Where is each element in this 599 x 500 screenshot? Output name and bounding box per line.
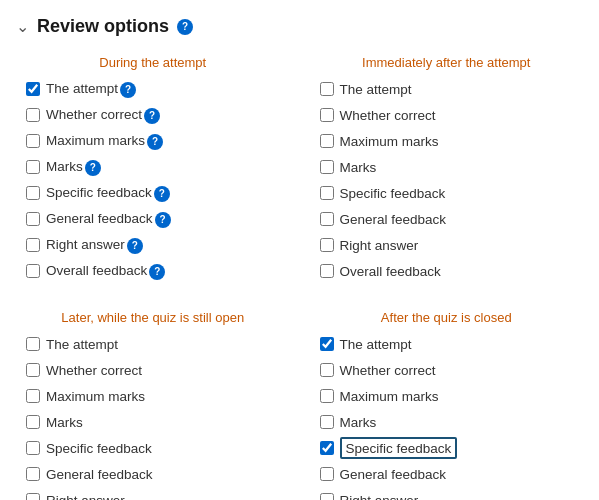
list-item: Specific feedback — [26, 437, 280, 459]
list-item: Marks — [320, 156, 574, 178]
checkbox-during-1[interactable] — [26, 108, 40, 122]
list-item: Specific feedback? — [26, 182, 280, 204]
checkbox-immediately-6[interactable] — [320, 238, 334, 252]
bottom-columns-grid: Later, while the quiz is still open The … — [16, 310, 583, 500]
checkbox-label: Right answer — [340, 493, 419, 500]
item-help-icon[interactable]: ? — [120, 82, 136, 98]
checkbox-during-4[interactable] — [26, 186, 40, 200]
checkbox-closed-3[interactable] — [320, 415, 334, 429]
list-item: Marks — [320, 411, 574, 433]
checkbox-label: General feedback — [46, 211, 153, 226]
checkbox-label: General feedback — [340, 212, 447, 227]
checkbox-later-1[interactable] — [26, 363, 40, 377]
list-item: General feedback? — [26, 208, 280, 230]
item-help-icon[interactable]: ? — [85, 160, 101, 176]
column-closed: After the quiz is closed The attemptWhet… — [310, 310, 584, 500]
item-help-icon[interactable]: ? — [149, 264, 165, 280]
checkbox-label: Maximum marks — [46, 133, 145, 148]
list-item: Overall feedback? — [26, 260, 280, 282]
checkbox-label: Marks — [340, 415, 377, 430]
checkbox-closed-1[interactable] — [320, 363, 334, 377]
checkbox-later-5[interactable] — [26, 467, 40, 481]
checkbox-label: The attempt — [340, 337, 412, 352]
section-title: Review options — [37, 16, 169, 37]
list-item: General feedback — [320, 463, 574, 485]
checkbox-label: Marks — [46, 415, 83, 430]
checkbox-label: Overall feedback — [46, 263, 147, 278]
checkbox-immediately-1[interactable] — [320, 108, 334, 122]
review-options-section: ⌄ Review options ? During the attempt Th… — [16, 16, 583, 500]
checkbox-label: Right answer — [340, 238, 419, 253]
checkbox-immediately-7[interactable] — [320, 264, 334, 278]
checkbox-during-6[interactable] — [26, 238, 40, 252]
checkbox-label: Whether correct — [340, 108, 436, 123]
column-title-later: Later, while the quiz is still open — [26, 310, 280, 325]
list-item: Overall feedback — [320, 260, 574, 282]
checkbox-closed-4[interactable] — [320, 441, 334, 455]
checkbox-during-7[interactable] — [26, 264, 40, 278]
item-help-icon[interactable]: ? — [144, 108, 160, 124]
checkbox-label: Whether correct — [46, 363, 142, 378]
chevron-icon[interactable]: ⌄ — [16, 17, 29, 36]
column-immediately: Immediately after the attempt The attemp… — [310, 55, 584, 286]
column-title-closed: After the quiz is closed — [320, 310, 574, 325]
list-item: Maximum marks? — [26, 130, 280, 152]
list-item: Maximum marks — [26, 385, 280, 407]
list-item: Whether correct — [320, 359, 574, 381]
checkbox-label: Whether correct — [46, 107, 142, 122]
checkbox-later-3[interactable] — [26, 415, 40, 429]
checkbox-immediately-0[interactable] — [320, 82, 334, 96]
section-help-icon[interactable]: ? — [177, 19, 193, 35]
checkbox-label: Marks — [46, 159, 83, 174]
list-item: Whether correct — [26, 359, 280, 381]
list-item: The attempt — [320, 78, 574, 100]
checkbox-during-5[interactable] — [26, 212, 40, 226]
later-items: The attemptWhether correctMaximum marksM… — [26, 333, 280, 500]
item-help-icon[interactable]: ? — [147, 134, 163, 150]
checkbox-later-4[interactable] — [26, 441, 40, 455]
checkbox-immediately-5[interactable] — [320, 212, 334, 226]
checkbox-label: Right answer — [46, 493, 125, 500]
checkbox-label: The attempt — [340, 82, 412, 97]
list-item: Marks — [26, 411, 280, 433]
list-item: Whether correct? — [26, 104, 280, 126]
closed-items: The attemptWhether correctMaximum marksM… — [320, 333, 574, 500]
checkbox-label: The attempt — [46, 81, 118, 96]
checkbox-label: General feedback — [340, 467, 447, 482]
list-item: Whether correct — [320, 104, 574, 126]
checkbox-label: Whether correct — [340, 363, 436, 378]
checkbox-later-2[interactable] — [26, 389, 40, 403]
checkbox-closed-0[interactable] — [320, 337, 334, 351]
list-item: Specific feedback — [320, 437, 574, 459]
checkbox-label: Specific feedback — [346, 441, 452, 456]
list-item: The attempt — [26, 333, 280, 355]
column-during: During the attempt The attempt?Whether c… — [16, 55, 290, 286]
item-help-icon[interactable]: ? — [127, 238, 143, 254]
checkbox-label: Specific feedback — [340, 186, 446, 201]
list-item: General feedback — [26, 463, 280, 485]
checkbox-later-6[interactable] — [26, 493, 40, 500]
checkbox-during-0[interactable] — [26, 82, 40, 96]
checkbox-label: The attempt — [46, 337, 118, 352]
checkbox-immediately-2[interactable] — [320, 134, 334, 148]
checkbox-closed-5[interactable] — [320, 467, 334, 481]
list-item: Right answer — [320, 234, 574, 256]
checkbox-label: Right answer — [46, 237, 125, 252]
checkbox-during-2[interactable] — [26, 134, 40, 148]
during-items: The attempt?Whether correct?Maximum mark… — [26, 78, 280, 282]
checkbox-closed-6[interactable] — [320, 493, 334, 500]
checkbox-later-0[interactable] — [26, 337, 40, 351]
checkbox-label: Maximum marks — [46, 389, 145, 404]
checkbox-immediately-4[interactable] — [320, 186, 334, 200]
item-help-icon[interactable]: ? — [155, 212, 171, 228]
list-item: Right answer — [320, 489, 574, 500]
list-item: Maximum marks — [320, 130, 574, 152]
item-help-icon[interactable]: ? — [154, 186, 170, 202]
checkbox-label: Overall feedback — [340, 264, 441, 279]
checkbox-label: Maximum marks — [340, 389, 439, 404]
checkbox-closed-2[interactable] — [320, 389, 334, 403]
column-title-during: During the attempt — [26, 55, 280, 70]
checkbox-during-3[interactable] — [26, 160, 40, 174]
checkbox-label: Marks — [340, 160, 377, 175]
checkbox-immediately-3[interactable] — [320, 160, 334, 174]
